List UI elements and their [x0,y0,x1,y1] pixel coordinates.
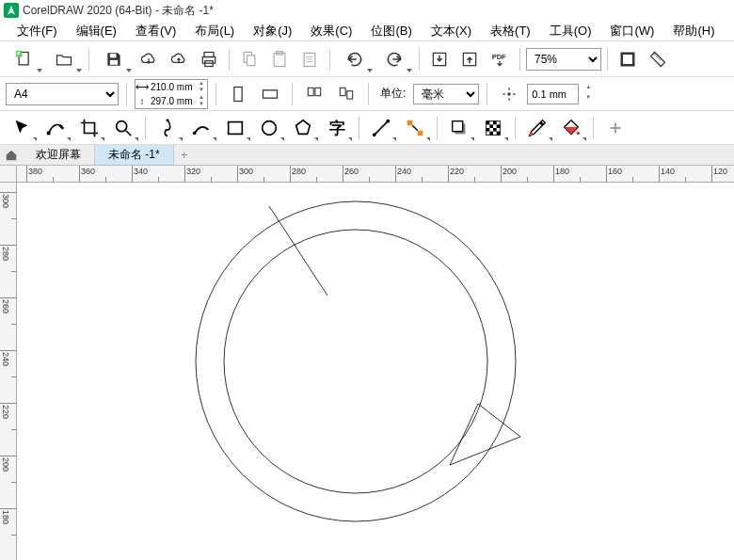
nudge-distance-input[interactable] [527,84,579,104]
shape-tool[interactable] [40,114,72,142]
svg-rect-26 [315,88,321,95]
portrait-button[interactable] [224,80,252,108]
width-up[interactable]: ▲ [196,80,207,87]
height-up[interactable]: ▲ [196,94,207,101]
fullscreen-preview-button[interactable] [614,45,642,73]
menu-window[interactable]: 窗口(W) [600,21,663,41]
svg-rect-51 [493,128,497,132]
window-title: CorelDRAW 2020 (64-Bit) - 未命名 -1* [23,3,214,19]
menu-view[interactable]: 查看(V) [126,21,185,41]
cloud-open-button[interactable] [135,45,163,73]
nudge-down[interactable]: ▼ [582,94,594,104]
menu-table[interactable]: 表格(T) [481,21,540,41]
open-button[interactable] [45,45,83,73]
height-down[interactable]: ▼ [196,101,207,107]
rulers-button[interactable] [644,45,672,73]
svg-rect-3 [110,59,118,64]
workspace: 3803603403203002802602402202001801601401… [0,166,734,560]
nudge-icon [495,80,523,108]
menu-edit[interactable]: 编辑(E) [67,21,126,41]
menu-bitmap[interactable]: 位图(B) [361,21,421,41]
home-tab[interactable] [0,145,23,165]
svg-point-35 [263,120,277,135]
menu-tools[interactable]: 工具(O) [540,21,601,41]
svg-line-20 [654,54,656,56]
paste-button[interactable] [265,45,294,73]
nudge-up[interactable]: ▲ [582,84,594,94]
svg-rect-4 [204,52,214,56]
add-tab-button[interactable]: + [174,145,195,165]
svg-rect-8 [247,55,255,65]
svg-line-60 [269,206,327,296]
svg-rect-34 [229,121,243,134]
page-width-input[interactable] [149,82,196,92]
landscape-button[interactable] [256,80,284,108]
page-size-select[interactable]: A4 [6,83,119,105]
vertical-ruler[interactable]: 300280260240220200180 [0,183,17,560]
horizontal-ruler[interactable]: 3803603403203002802602402202001801601401… [17,166,734,183]
svg-line-37 [375,120,389,135]
new-button[interactable] [6,45,43,73]
page-dimensions: ⟷ ▲▼ ↕ ▲▼ [135,79,208,109]
crop-tool[interactable] [73,114,105,142]
width-down[interactable]: ▼ [196,87,207,93]
rectangle-tool[interactable] [219,114,251,142]
drop-shadow-tool[interactable] [443,114,475,142]
unit-select[interactable]: 毫米 [413,84,479,104]
polygon-tool[interactable] [287,114,319,142]
fill-tool[interactable] [555,114,587,142]
svg-rect-40 [407,120,413,125]
drawing-canvas[interactable] [17,183,734,560]
freehand-tool[interactable] [152,114,184,142]
cloud-save-button[interactable] [165,45,193,73]
save-button[interactable] [95,45,133,73]
clipboard-button[interactable] [295,45,324,73]
publish-pdf-button[interactable]: PDF [486,45,514,73]
tab-welcome[interactable]: 欢迎屏幕 [23,145,95,165]
svg-line-42 [412,125,418,131]
svg-rect-53 [497,131,501,135]
menu-file[interactable]: 文件(F) [8,21,67,41]
menu-effects[interactable]: 效果(C) [301,21,361,41]
height-icon: ↕ [136,96,149,106]
svg-rect-52 [489,131,493,135]
dimension-tool[interactable] [365,114,397,142]
import-button[interactable] [425,45,454,73]
all-pages-button[interactable] [300,80,328,108]
ruler-origin[interactable] [0,166,17,183]
menu-help[interactable]: 帮助(H) [663,21,724,41]
svg-rect-50 [487,128,490,132]
print-button[interactable] [195,45,223,73]
svg-point-38 [373,133,376,136]
redo-button[interactable] [375,45,413,73]
tab-document-1[interactable]: 未命名 -1* [95,145,174,165]
svg-rect-49 [497,124,501,128]
svg-text:字: 字 [329,120,345,136]
export-button[interactable] [455,45,484,73]
connector-tool[interactable] [399,114,431,142]
svg-rect-23 [234,87,242,101]
svg-line-32 [126,130,132,136]
ellipse-tool[interactable] [253,114,285,142]
zoom-tool[interactable] [107,114,139,142]
transparency-tool[interactable] [477,114,509,142]
menu-text[interactable]: 文本(X) [422,21,481,41]
menu-object[interactable]: 对象(J) [244,21,301,41]
current-page-button[interactable] [332,80,360,108]
svg-rect-2 [110,54,117,57]
zoom-level-select[interactable]: 75% [526,48,601,71]
add-tool-button[interactable] [599,114,631,142]
svg-line-22 [659,58,661,60]
svg-rect-19 [623,55,632,64]
eyedropper-tool[interactable] [521,114,553,142]
svg-text:PDF: PDF [492,53,506,61]
pick-tool[interactable] [6,114,38,142]
undo-button[interactable] [336,45,374,73]
menu-layout[interactable]: 布局(L) [185,21,244,41]
artistic-media-tool[interactable] [185,114,217,142]
svg-rect-25 [308,88,313,95]
svg-point-39 [387,119,391,122]
page-height-input[interactable] [149,96,196,106]
copy-button[interactable] [235,45,263,73]
text-tool[interactable]: 字 [321,114,353,142]
